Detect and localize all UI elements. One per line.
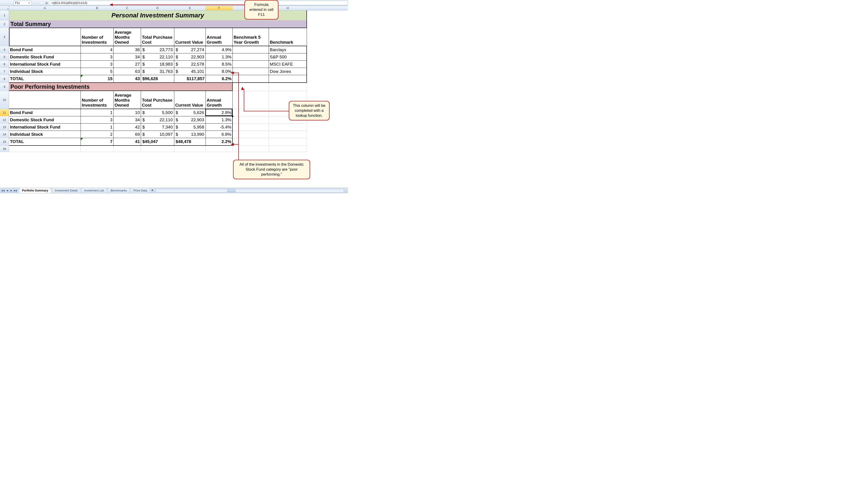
cell[interactable]: 3: [81, 116, 114, 124]
column-header[interactable]: A: [9, 6, 81, 10]
cell[interactable]: Current Value: [174, 28, 206, 46]
column-header[interactable]: C: [114, 6, 141, 10]
cell[interactable]: $48,478: [174, 138, 206, 146]
cell[interactable]: 1: [81, 124, 114, 131]
cell[interactable]: 4.9%: [206, 46, 233, 54]
row-header[interactable]: 2: [0, 20, 9, 28]
select-all-corner[interactable]: [0, 6, 9, 10]
cell[interactable]: [233, 116, 269, 124]
cell[interactable]: TOTAL: [9, 75, 81, 83]
cancel-formula-icon[interactable]: [40, 1, 44, 5]
cell[interactable]: 10: [114, 109, 141, 116]
cell[interactable]: [233, 46, 269, 54]
tab-investment-list[interactable]: Investment List: [81, 188, 107, 193]
cell[interactable]: 8.0%: [206, 68, 233, 75]
cell[interactable]: [233, 91, 269, 109]
row-header[interactable]: 7: [0, 68, 9, 75]
cell[interactable]: [269, 83, 307, 91]
cell[interactable]: Total Purchase Cost: [141, 28, 174, 46]
cell[interactable]: 34: [114, 116, 141, 124]
cell[interactable]: Number of Investments: [81, 91, 114, 109]
cell[interactable]: 63: [114, 68, 141, 75]
cell[interactable]: [269, 138, 307, 146]
row-header[interactable]: 11: [0, 109, 9, 116]
cell[interactable]: Average Months Owned: [114, 91, 141, 109]
row-header[interactable]: 16: [0, 146, 9, 152]
cell[interactable]: Barclays: [269, 46, 307, 54]
cell[interactable]: 4: [81, 46, 114, 54]
cell[interactable]: Number of Investments: [81, 28, 114, 46]
cell[interactable]: [233, 131, 269, 138]
fill-handle[interactable]: [232, 116, 234, 117]
cell[interactable]: Current Value: [174, 91, 206, 109]
cell[interactable]: 2: [81, 131, 114, 138]
cell[interactable]: Average Months Owned: [114, 28, 141, 46]
cell[interactable]: International Stock Fund: [9, 124, 81, 131]
tab-benchmarks[interactable]: Benchmarks: [107, 188, 130, 193]
cell[interactable]: $22,903: [174, 54, 206, 61]
cell[interactable]: 7: [81, 138, 114, 146]
cell[interactable]: Total Purchase Cost: [141, 91, 174, 109]
cell[interactable]: Poor Performing Investments: [9, 83, 233, 91]
cell[interactable]: [233, 75, 269, 83]
row-header[interactable]: 8: [0, 75, 9, 83]
cell[interactable]: $5,958: [174, 124, 206, 131]
cell[interactable]: $22,578: [174, 61, 206, 68]
cell[interactable]: 1.3%: [206, 116, 233, 124]
cell[interactable]: [233, 83, 269, 91]
cell[interactable]: $45,101: [174, 68, 206, 75]
cell[interactable]: 15: [81, 75, 114, 83]
cell[interactable]: $13,990: [174, 131, 206, 138]
cell[interactable]: [206, 146, 233, 152]
cell[interactable]: Bond Fund: [9, 109, 81, 116]
cell[interactable]: 2.8%: [206, 109, 233, 116]
cell[interactable]: [233, 61, 269, 68]
tab-prev-icon[interactable]: ◀: [5, 189, 9, 192]
cell[interactable]: Domestic Stock Fund: [9, 54, 81, 61]
cell[interactable]: Individual Stock: [9, 68, 81, 75]
cell[interactable]: $22,110: [141, 54, 174, 61]
cell[interactable]: [9, 28, 81, 46]
cell[interactable]: $96,628: [141, 75, 174, 83]
row-header[interactable]: 13: [0, 124, 9, 131]
cell[interactable]: [81, 146, 114, 152]
cell[interactable]: $45,047: [141, 138, 174, 146]
cell[interactable]: 8.5%: [206, 61, 233, 68]
scrollbar-thumb[interactable]: [227, 189, 236, 192]
column-header[interactable]: D: [141, 6, 174, 10]
horizontal-scrollbar[interactable]: [156, 189, 344, 193]
cell[interactable]: 42: [114, 124, 141, 131]
cell[interactable]: -5.4%: [206, 124, 233, 131]
tab-scroll-right-icon[interactable]: ◀: [150, 188, 154, 192]
cell[interactable]: [9, 91, 81, 109]
row-header[interactable]: 1: [0, 10, 9, 20]
cell[interactable]: 1.3%: [206, 54, 233, 61]
cell[interactable]: 36: [114, 46, 141, 54]
column-header[interactable]: B: [81, 6, 114, 10]
cell[interactable]: [233, 146, 269, 152]
cell[interactable]: TOTAL: [9, 138, 81, 146]
cell[interactable]: [141, 146, 174, 152]
cell[interactable]: 34: [114, 54, 141, 61]
cell[interactable]: $117,857: [174, 75, 206, 83]
name-box[interactable]: F11 ▼: [13, 1, 32, 5]
tab-next-icon[interactable]: ▶: [9, 189, 13, 192]
cell[interactable]: [233, 54, 269, 61]
cell[interactable]: $23,773: [141, 46, 174, 54]
cell[interactable]: 3: [81, 54, 114, 61]
cell[interactable]: 6.8%: [206, 131, 233, 138]
row-header[interactable]: 3: [0, 28, 9, 46]
cell[interactable]: 1: [81, 109, 114, 116]
cell[interactable]: [233, 124, 269, 131]
row-header[interactable]: 14: [0, 131, 9, 138]
cell[interactable]: Total Summary: [9, 20, 307, 28]
cell[interactable]: [9, 146, 81, 152]
row-header[interactable]: 9: [0, 83, 9, 91]
cell[interactable]: Domestic Stock Fund: [9, 116, 81, 124]
cell[interactable]: MSCI EAFE: [269, 61, 307, 68]
cell[interactable]: [233, 109, 269, 116]
tab-investment-detail[interactable]: Investment Detail: [51, 188, 81, 193]
cell[interactable]: Benchmark: [269, 28, 307, 46]
tab-portfolio-summary[interactable]: Portfolio Summary: [19, 188, 52, 193]
cell[interactable]: [269, 75, 307, 83]
